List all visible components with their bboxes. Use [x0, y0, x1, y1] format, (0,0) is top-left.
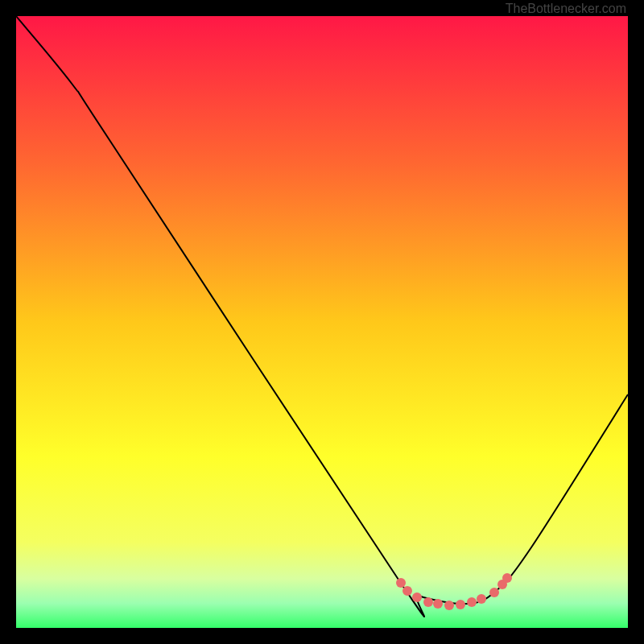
- data-dot: [467, 597, 477, 607]
- data-dot: [456, 600, 465, 609]
- data-dot: [412, 592, 422, 602]
- data-dot: [423, 597, 433, 607]
- data-dot: [489, 588, 499, 597]
- data-dot: [502, 573, 512, 583]
- plot-frame: [16, 16, 628, 628]
- chart-canvas: [16, 16, 628, 628]
- data-dot: [444, 601, 454, 610]
- data-dot: [402, 586, 412, 596]
- data-dot: [477, 594, 486, 604]
- data-dot: [433, 599, 443, 609]
- data-dot: [396, 578, 406, 588]
- attribution-label: TheBottlenecker.com: [506, 2, 626, 16]
- gradient-background: [16, 16, 628, 628]
